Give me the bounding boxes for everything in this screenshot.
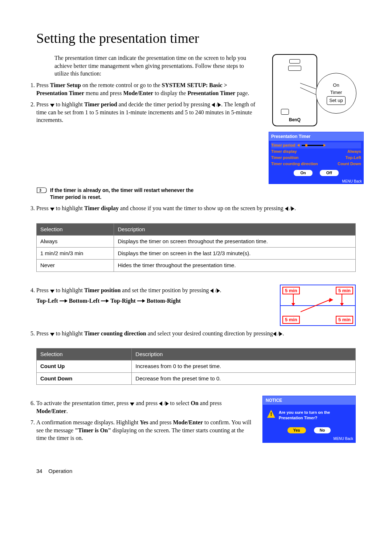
- notice-message: Are you sure to turn on the Presentation…: [279, 410, 351, 421]
- table-row: NeverHides the timer throughout the pres…: [37, 260, 356, 272]
- osd-row-timer-position: Timer positionTop-Left: [271, 155, 361, 161]
- warning-icon: !: [267, 410, 275, 418]
- osd-menu-back: MENU Back: [269, 178, 363, 184]
- notice-no-button: No: [314, 427, 331, 433]
- step-4: Press to highlight Timer position and se…: [36, 286, 262, 305]
- right-icon: [291, 207, 294, 211]
- down-icon: [50, 333, 54, 336]
- pos-top-right: 5 min: [336, 287, 353, 295]
- down-icon: [130, 403, 134, 406]
- section-name: Operation: [48, 468, 72, 474]
- left-icon: [273, 332, 276, 336]
- svg-line-10: [301, 300, 330, 312]
- arrow-icon: [301, 298, 333, 313]
- arrow-icon: [291, 294, 296, 306]
- notice-dialog: NOTICE ! Are you sure to turn on the Pre…: [262, 396, 356, 443]
- table-row: AlwaysDisplays the timer on screen throu…: [37, 235, 356, 247]
- osd-row-timer-period: Timer period: [271, 142, 361, 148]
- osd-row-timer-direction: Timer counting directionCount Down: [271, 161, 361, 167]
- osd-title: Presentation Timer: [269, 132, 363, 141]
- th-description: Description: [114, 223, 356, 235]
- th-selection: Selection: [37, 348, 132, 360]
- left-icon: [210, 289, 213, 293]
- pos-bottom-left: 5 min: [282, 316, 300, 324]
- svg-marker-9: [291, 303, 295, 306]
- step-2: Press to highlight Timer period and deci…: [36, 101, 258, 124]
- th-description: Description: [132, 348, 356, 360]
- down-icon: [50, 208, 54, 211]
- osd-row-timer-display: Timer displayAlways: [271, 148, 361, 155]
- osd-presentation-timer: Presentation Timer Timer period Timer di…: [269, 132, 364, 184]
- timer-display-table: Selection Description AlwaysDisplays the…: [36, 223, 356, 272]
- step-5: Press to highlight Timer counting direct…: [36, 330, 356, 338]
- notice-title: NOTICE: [263, 396, 355, 405]
- position-diagram: 5 min 5 min 5 min 5 min: [280, 285, 356, 326]
- down-icon: [50, 290, 54, 293]
- table-row: Count DownDecrease from the preset time …: [37, 372, 356, 384]
- remote-brand: BenQ: [273, 117, 317, 123]
- table-row: 1 min/2 min/3 minDisplays the timer on s…: [37, 248, 356, 260]
- svg-marker-11: [329, 298, 333, 302]
- right-icon: [217, 289, 220, 293]
- remote-diagram: BenQ On Timer Set up: [272, 54, 317, 126]
- note-text: If the timer is already on, the timer wi…: [50, 187, 203, 201]
- down-icon: [50, 104, 54, 107]
- right-icon: [218, 103, 221, 107]
- counting-direction-table: Selection Description Count UpIncreases …: [36, 348, 356, 385]
- th-selection: Selection: [37, 223, 114, 235]
- left-icon: [212, 103, 215, 107]
- remote-callout: On Timer Set up: [316, 73, 356, 114]
- step-6: To activate the presentation timer, pres…: [36, 399, 252, 415]
- pos-top-left: 5 min: [282, 287, 300, 295]
- svg-text:3: 3: [39, 188, 41, 192]
- arrow-right-icon: [101, 299, 109, 303]
- arrow-right-icon: [137, 299, 145, 303]
- step-3: Press to highlight Timer display and cho…: [36, 204, 356, 212]
- notice-yes-button: Yes: [287, 427, 306, 433]
- notice-menu-back: MENU Back: [263, 436, 355, 443]
- osd-off-button: Off: [320, 170, 339, 176]
- arrow-right-icon: [60, 299, 68, 303]
- page-title: Setting the presentation timer: [36, 29, 356, 48]
- note-icon: 3: [36, 187, 47, 193]
- right-icon: [166, 401, 169, 406]
- table-row: Count UpIncreases from 0 to the preset t…: [37, 360, 356, 372]
- step-1: Press Timer Setup on the remote control …: [36, 81, 258, 97]
- left-icon: [285, 207, 288, 211]
- left-icon: [159, 401, 162, 406]
- svg-marker-13: [340, 303, 344, 306]
- step-7: A confirmation message displays. Highlig…: [36, 419, 252, 442]
- intro-text: The presentation timer can indicate the …: [54, 54, 258, 78]
- pos-bottom-right: 5 min: [336, 316, 353, 324]
- page-number: 34: [36, 468, 42, 474]
- osd-on-button: On: [294, 170, 312, 176]
- arrow-icon: [339, 294, 345, 306]
